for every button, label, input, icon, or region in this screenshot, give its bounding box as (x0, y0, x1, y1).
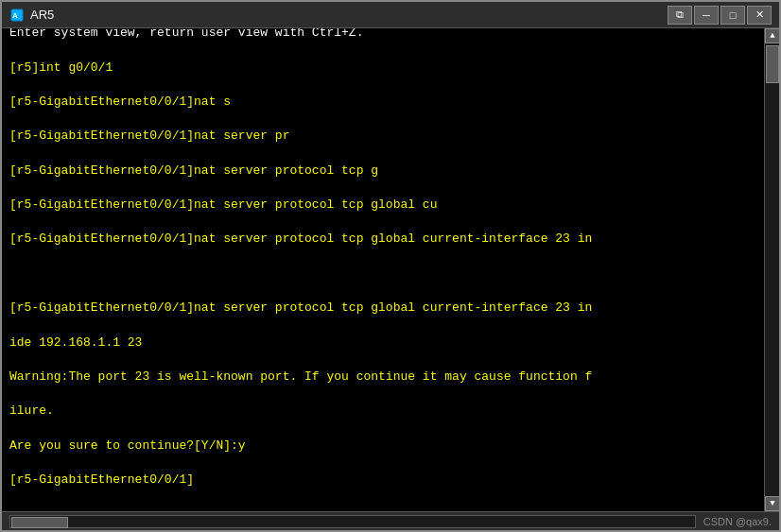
horizontal-scrollbar[interactable] (9, 515, 696, 528)
restore-icon: ⧉ (676, 9, 684, 21)
close-button[interactable]: ✕ (747, 6, 772, 25)
watermark: CSDN @qax9. (703, 516, 772, 527)
scroll-down-icon: ▼ (770, 499, 774, 508)
horizontal-scroll-thumb[interactable] (11, 517, 68, 528)
window: A AR5 ⧉ ─ □ ✕ [r5-acl-basic-2000]rule pe… (0, 0, 781, 532)
terminal-line: ide 192.168.1.1 23 (9, 335, 756, 352)
maximize-button[interactable]: □ (720, 6, 745, 25)
scroll-up-icon: ▲ (770, 31, 774, 41)
terminal-line (9, 266, 756, 283)
terminal-wrapper: [r5-acl-basic-2000]rule permit sou [r5-a… (2, 28, 779, 511)
scroll-thumb[interactable] (766, 45, 779, 83)
svg-text:A: A (12, 11, 18, 20)
terminal-line: [r5-GigabitEthernet0/0/1]nat server prot… (9, 197, 756, 214)
terminal-line: [r5-GigabitEthernet0/0/1]nat server pr (9, 128, 756, 145)
window-title: AR5 (30, 8, 668, 22)
window-controls: ⧉ ─ □ ✕ (668, 6, 772, 25)
terminal-line: [r5-GigabitEthernet0/0/1]nat server prot… (9, 163, 756, 180)
bottom-bar: CSDN @qax9. (2, 511, 779, 530)
app-icon: A (9, 8, 25, 23)
scroll-down-button[interactable]: ▼ (765, 496, 779, 511)
terminal-line: Warning:The port 23 is well-known port. … (9, 369, 756, 386)
vertical-scrollbar[interactable]: ▲ ▼ (764, 28, 779, 511)
terminal-line: [r5-GigabitEthernet0/0/1] (9, 472, 756, 489)
close-icon: ✕ (755, 9, 764, 21)
minimize-icon: ─ (703, 9, 710, 21)
terminal-line: Are you sure to continue?[Y/N]:y (9, 438, 756, 455)
terminal-line: Enter system view, return user view with… (9, 28, 756, 42)
title-bar: A AR5 ⧉ ─ □ ✕ (2, 2, 779, 28)
terminal-output[interactable]: [r5-acl-basic-2000]rule permit sou [r5-a… (2, 28, 764, 511)
scroll-up-button[interactable]: ▲ (765, 28, 779, 43)
minimize-button[interactable]: ─ (694, 6, 719, 25)
restore-button[interactable]: ⧉ (668, 6, 692, 25)
terminal-line: ilure. (9, 403, 756, 420)
terminal-line: [r5-GigabitEthernet0/0/1]nat server prot… (9, 231, 756, 248)
terminal-line: [r5-GigabitEthernet0/0/1]nat server prot… (9, 300, 756, 317)
scroll-track[interactable] (765, 43, 779, 496)
maximize-icon: □ (730, 9, 737, 21)
terminal-line: [r5-GigabitEthernet0/0/1]nat s (9, 94, 756, 111)
terminal-line: [r5]int g0/0/1 (9, 60, 756, 77)
